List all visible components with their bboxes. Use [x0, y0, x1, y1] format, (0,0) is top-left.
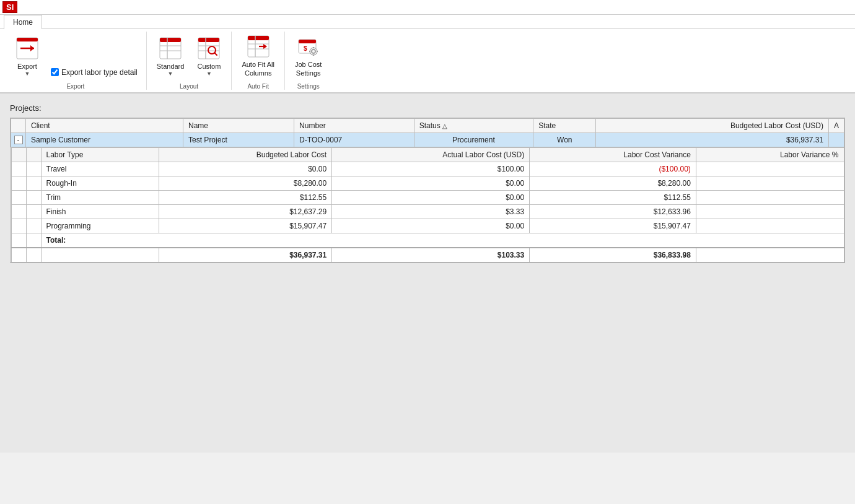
autofit-group-items: Auto Fit All Columns — [238, 32, 278, 80]
svg-rect-10 — [198, 38, 219, 42]
export-checkbox-label: Export labor type detail — [61, 68, 138, 77]
total-variance: $36,833.98 — [530, 248, 696, 263]
job-cost-settings-label: Job Cost Settings — [295, 60, 322, 78]
sub-table: Labor Type Budgeted Labor Cost Actual La… — [11, 147, 844, 263]
export-group-label: Export — [66, 83, 84, 90]
total-budgeted: $36,937.31 — [159, 248, 332, 263]
autofit-group-label: Auto Fit — [247, 83, 268, 90]
total-expand — [26, 248, 41, 263]
custom-button[interactable]: Custom ▼ — [193, 33, 225, 80]
standard-icon — [158, 36, 183, 61]
export-dropdown-arrow: ▼ — [25, 71, 30, 78]
sub-header-row: Labor Type Budgeted Labor Cost Actual La… — [11, 147, 844, 162]
autofit-icon — [246, 34, 271, 59]
svg-text:$: $ — [304, 45, 307, 52]
app-logo: SI — [2, 1, 17, 13]
total-actual: $103.33 — [332, 248, 530, 263]
sub-col-variance: Labor Cost Variance — [530, 147, 696, 162]
export-button[interactable]: Export ▼ — [11, 33, 43, 80]
sub-col-indent — [11, 147, 26, 162]
total-label-row: Total: — [11, 233, 844, 248]
settings-group-items: $ Job Cost Settings — [291, 32, 325, 80]
col-name: Name — [183, 118, 294, 133]
ribbon-group-layout: Standard ▼ — [147, 32, 232, 90]
sub-col-expand — [26, 147, 41, 162]
standard-button[interactable]: Standard ▼ — [153, 33, 188, 80]
settings-group-label: Settings — [297, 83, 320, 90]
col-state: State — [533, 118, 596, 133]
svg-rect-5 — [160, 38, 181, 42]
sub-col-budgeted: Budgeted Labor Cost — [159, 147, 332, 162]
cell-state: Won — [533, 133, 596, 147]
sub-col-actual: Actual Labor Cost (USD) — [332, 147, 530, 162]
sub-table-row: Labor Type Budgeted Labor Cost Actual La… — [11, 147, 844, 263]
ribbon-group-export: Export ▼ Export labor type detail Export — [5, 32, 147, 90]
sub-table-cell: Labor Type Budgeted Labor Cost Actual La… — [11, 147, 844, 263]
ribbon-group-autofit: Auto Fit All Columns Auto Fit — [232, 32, 285, 90]
ribbon-content: Export ▼ Export labor type detail Export — [0, 29, 855, 92]
svg-rect-17 — [248, 36, 269, 40]
main-content: Projects: Client Name Number Status △ St… — [0, 93, 855, 453]
ribbon-group-settings: $ Job Cost Settings Settings — [285, 32, 331, 90]
total-label-indent — [11, 233, 26, 248]
title-bar: SI — [0, 0, 855, 15]
col-number: Number — [294, 118, 414, 133]
export-labor-checkbox[interactable] — [51, 68, 59, 76]
projects-label: Projects: — [10, 103, 845, 113]
tab-home[interactable]: Home — [4, 15, 42, 29]
sub-table-row-3: Finish$12,637.29$3.33$12,633.96 — [11, 204, 844, 219]
table-header-row: Client Name Number Status △ State Budget… — [11, 118, 844, 133]
total-values-row: $36,937.31 $103.33 $36,833.98 — [11, 248, 844, 263]
sort-icon: △ — [442, 123, 447, 129]
projects-table-wrapper: Client Name Number Status △ State Budget… — [10, 118, 845, 263]
col-more: A — [828, 118, 844, 133]
total-label: Total: — [41, 233, 844, 248]
standard-dropdown-arrow: ▼ — [168, 71, 173, 78]
cell-client: Sample Customer — [26, 133, 183, 147]
sub-table-row-4: Programming$15,907.47$0.00$15,907.47 — [11, 219, 844, 233]
autofit-btn-label: Auto Fit All Columns — [242, 60, 274, 78]
cell-status: Procurement — [414, 133, 533, 147]
total-labor-type — [41, 248, 159, 263]
export-btn-label: Export — [17, 62, 37, 71]
export-group-items: Export ▼ Export labor type detail — [11, 32, 140, 80]
col-expand — [11, 118, 26, 133]
cell-name: Test Project — [183, 133, 294, 147]
cell-number: D-TOO-0007 — [294, 133, 414, 147]
cell-more — [828, 133, 844, 147]
export-options: Export labor type detail — [51, 68, 138, 80]
layout-group-items: Standard ▼ — [153, 32, 226, 80]
custom-dropdown-arrow: ▼ — [206, 71, 212, 78]
export-checkbox-row[interactable]: Export labor type detail — [51, 68, 138, 77]
sub-table-row-1: Rough-In$8,280.00$0.00$8,280.00 — [11, 176, 844, 190]
sub-col-variance-pct: Labor Variance % — [696, 147, 844, 162]
custom-btn-label: Custom — [197, 62, 221, 71]
total-label-expand — [26, 233, 41, 248]
cell-budgeted-labor-cost: $36,937.31 — [596, 133, 829, 147]
standard-btn-label: Standard — [157, 62, 185, 71]
ribbon-tab-bar: Home — [0, 15, 855, 29]
autofit-button[interactable]: Auto Fit All Columns — [238, 32, 278, 80]
svg-rect-1 — [17, 38, 38, 41]
table-row[interactable]: - Sample Customer Test Project D-TOO-000… — [11, 133, 844, 147]
expand-button[interactable]: - — [14, 136, 23, 144]
custom-icon — [196, 36, 221, 61]
projects-table: Client Name Number Status △ State Budget… — [11, 118, 844, 263]
layout-group-label: Layout — [180, 83, 198, 90]
ribbon: Home Export ▼ — [0, 15, 855, 93]
job-cost-settings-icon: $ — [296, 34, 321, 59]
svg-rect-24 — [299, 40, 316, 43]
sub-table-row-0: Travel$0.00$100.00($100.00) — [11, 162, 844, 176]
total-indent — [11, 248, 26, 263]
sub-col-labor-type: Labor Type — [41, 147, 159, 162]
export-icon — [15, 36, 40, 61]
total-variance-pct — [696, 248, 844, 263]
col-client: Client — [26, 118, 183, 133]
svg-point-26 — [310, 48, 317, 55]
expand-cell[interactable]: - — [11, 133, 26, 147]
col-status: Status △ — [414, 118, 533, 133]
job-cost-settings-button[interactable]: $ Job Cost Settings — [291, 32, 325, 80]
sub-table-body: Travel$0.00$100.00($100.00)Rough-In$8,28… — [11, 162, 844, 233]
col-budgeted-labor-cost: Budgeted Labor Cost (USD) — [596, 118, 829, 133]
sub-table-row-2: Trim$112.55$0.00$112.55 — [11, 190, 844, 204]
